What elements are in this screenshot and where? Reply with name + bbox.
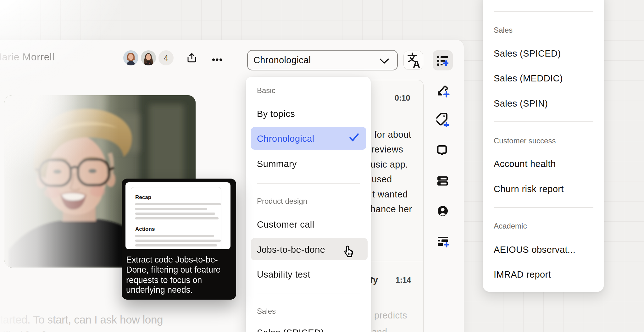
- svg-text:A: A: [413, 58, 420, 68]
